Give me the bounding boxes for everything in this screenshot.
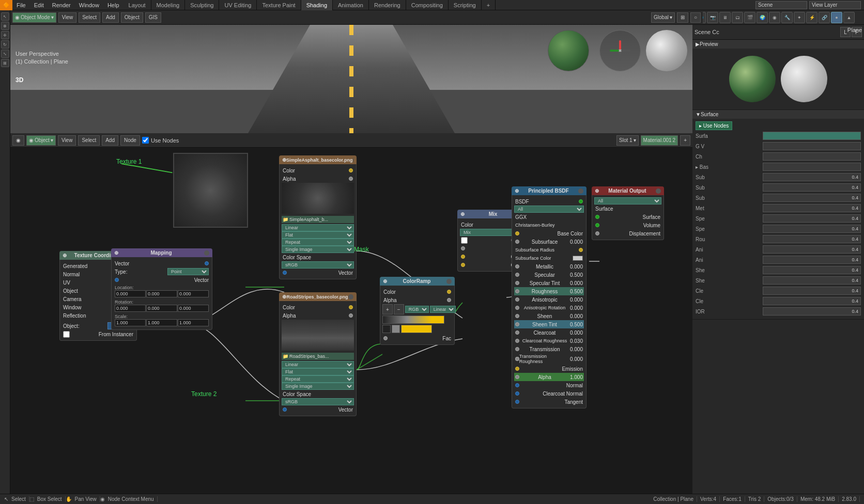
menu-window[interactable]: Window — [75, 0, 103, 10]
mapping-rot-z[interactable] — [178, 305, 209, 312]
tab-shading[interactable]: Shading — [301, 0, 333, 10]
use-nodes-checkbox[interactable] — [142, 137, 149, 144]
tab-uv-editing[interactable]: UV Editing — [219, 0, 257, 10]
surfa-value[interactable] — [763, 132, 861, 140]
ani2-value[interactable]: 0.4 — [763, 256, 861, 264]
mapping-type-select[interactable]: Point — [167, 268, 209, 275]
colorramp-close[interactable] — [446, 279, 452, 284]
tab-scripting[interactable]: Scripting — [449, 0, 482, 10]
tab-animation[interactable]: Animation — [333, 0, 369, 10]
add-btn[interactable]: Add — [102, 12, 119, 23]
spe2-value[interactable]: 0.4 — [763, 225, 861, 233]
mapping-rot-x[interactable] — [115, 305, 146, 312]
img2-interpolation-select[interactable]: Linear — [282, 361, 354, 368]
sidebar-scene-props-icon[interactable]: 🎬 — [744, 12, 755, 23]
proportional-btn[interactable]: ○ — [690, 12, 701, 23]
img2-file-row[interactable]: 📁 RoadStripes_bas... — [282, 353, 354, 360]
img1-interpolation-select[interactable]: Linear — [282, 224, 354, 231]
cr-stop-mid[interactable] — [392, 325, 400, 333]
img1-imgtype-select[interactable]: Single Image — [282, 246, 354, 253]
menu-help[interactable]: Help — [103, 0, 124, 10]
preview-header[interactable]: ▶ Preview — [692, 40, 864, 49]
tab-rendering[interactable]: Rendering — [369, 0, 406, 10]
bas-value[interactable] — [763, 163, 861, 171]
sidebar-render-icon[interactable]: 📷 — [707, 12, 718, 23]
spe1-value[interactable]: 0.4 — [763, 214, 861, 223]
tab-layout[interactable]: Layout — [124, 0, 151, 10]
surface-header[interactable]: ▼ Surface — [692, 110, 864, 119]
rou-value[interactable]: 0.4 — [763, 235, 861, 243]
tab-modeling[interactable]: Modeling — [151, 0, 186, 10]
sidebar-data-icon[interactable]: ▲ — [843, 12, 855, 23]
node-object-dropdown[interactable]: ◉ Object ▾ — [26, 135, 56, 146]
img2-close[interactable] — [348, 294, 353, 300]
sidebar-material-icon[interactable]: ● — [831, 12, 842, 23]
cr-stop-yellow[interactable] — [401, 325, 432, 333]
tc-from-instancer-check[interactable] — [63, 331, 70, 338]
mapping-scale-y[interactable] — [146, 319, 177, 326]
mapping-close[interactable] — [204, 250, 209, 256]
principled-dist-select[interactable]: All — [514, 206, 584, 213]
node-node-btn[interactable]: Node — [120, 135, 140, 146]
new-material-btn[interactable]: + — [680, 135, 690, 146]
ior-value[interactable]: 0.4 — [763, 307, 861, 316]
tab-sculpting[interactable]: Sculpting — [185, 0, 219, 10]
mapping-scale-x[interactable] — [115, 319, 146, 326]
mix-clamp-check[interactable] — [461, 237, 468, 244]
img1-extension-select[interactable]: Flat — [282, 231, 354, 239]
use-nodes-btn[interactable]: ▸ Use Nodes — [696, 121, 732, 130]
node-editor-area[interactable]: Texture 1 ⊕ Texture Coordinate Generated… — [10, 148, 692, 494]
cr-mode-select[interactable]: RGB — [405, 306, 429, 313]
img1-repeat-select[interactable]: Repeat — [282, 239, 354, 246]
colorramp-gradient[interactable] — [382, 316, 444, 324]
mapping-loc-y[interactable] — [146, 290, 177, 297]
cr-remove-stop[interactable]: − — [394, 304, 404, 314]
sidebar-view-layer-icon[interactable]: 🗂 — [732, 12, 743, 23]
met-value[interactable]: 0.4 — [763, 204, 861, 212]
cr-stop-dark[interactable] — [382, 325, 391, 333]
mapping-loc-z[interactable] — [178, 290, 209, 297]
sidebar-world-icon[interactable]: 🌍 — [757, 12, 768, 23]
she1-value[interactable]: 0.4 — [763, 266, 861, 274]
tool-rotate[interactable]: ↻ — [1, 40, 9, 49]
node-mode-btn[interactable]: ◉ — [12, 135, 24, 146]
snap-btn[interactable]: ⊞ — [677, 12, 688, 23]
menu-render[interactable]: Render — [48, 0, 75, 10]
mapping-loc-x[interactable] — [115, 290, 146, 297]
tool-transform[interactable]: ⊞ — [1, 59, 9, 67]
she2-value[interactable]: 0.4 — [763, 276, 861, 285]
sub1-value[interactable]: 0.4 — [763, 173, 861, 181]
node-view-btn[interactable]: View — [58, 135, 76, 146]
transform-dropdown[interactable]: Global ▾ — [651, 12, 675, 23]
node-select-btn[interactable]: Select — [78, 135, 100, 146]
menu-file[interactable]: File — [12, 0, 30, 10]
ch-value[interactable] — [763, 152, 861, 161]
sidebar-output-icon[interactable]: 🖥 — [719, 12, 731, 23]
img1-file-row[interactable]: 📁 SimpleAsphalt_b... — [282, 216, 354, 223]
object-btn[interactable]: Object — [121, 12, 143, 23]
mat-output-select[interactable]: All — [594, 197, 661, 204]
principled-close[interactable] — [578, 188, 583, 194]
sidebar-object-props-icon[interactable]: ◉ — [769, 12, 780, 23]
gis-btn[interactable]: GIS — [145, 12, 161, 23]
cr-interp-select[interactable]: Linear — [430, 306, 456, 313]
sub3-value[interactable]: 0.4 — [763, 194, 861, 202]
view-layer-input[interactable] — [809, 1, 861, 9]
cr-add-stop[interactable]: + — [382, 304, 393, 314]
img1-close[interactable] — [353, 158, 353, 163]
gv-value[interactable] — [763, 142, 861, 150]
material-dropdown[interactable]: Material.001 2 — [641, 135, 678, 146]
mapping-rot-y[interactable] — [146, 305, 177, 312]
tab-texture-paint[interactable]: Texture Paint — [257, 0, 301, 10]
sidebar-constraints-icon[interactable]: 🔗 — [819, 12, 830, 23]
p-sub-color-swatch[interactable] — [573, 256, 583, 261]
img2-extension-select[interactable]: Flat — [282, 368, 354, 375]
select-btn[interactable]: Select — [79, 12, 100, 23]
tool-scale[interactable]: ⤡ — [1, 50, 9, 58]
tool-move[interactable]: ✛ — [1, 31, 9, 39]
sub2-value[interactable]: 0.4 — [763, 183, 861, 192]
mat-output-close[interactable] — [656, 188, 661, 194]
ani1-value[interactable]: 0.4 — [763, 245, 861, 254]
cle1-value[interactable]: 0.4 — [763, 287, 861, 295]
img2-colorspace-select[interactable]: sRGB — [282, 398, 354, 405]
